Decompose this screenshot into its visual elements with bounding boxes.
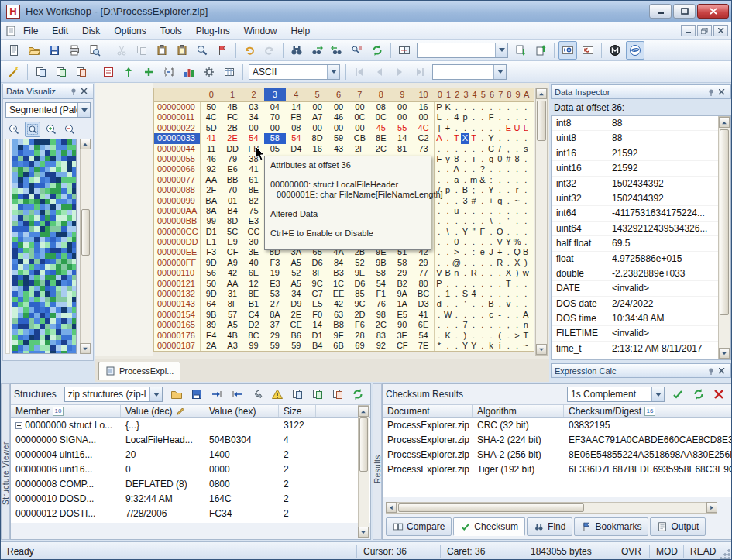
ascii-char[interactable]: . [443,279,452,289]
ascii-char[interactable]: . [486,102,495,112]
paste-special-icon[interactable] [173,41,191,60]
ascii-char[interactable]: . [469,123,478,133]
hex-byte[interactable]: 45 [370,123,391,133]
hex-byte[interactable]: 1A [392,299,413,309]
hex-byte[interactable]: 8D [222,216,242,226]
ascii-char[interactable]: " [469,227,478,237]
ascii-char[interactable]: T [469,133,478,143]
ascii-char[interactable]: . [469,164,478,174]
new-document-icon[interactable] [5,41,23,60]
hex-byte[interactable]: 9F [328,331,349,341]
scroll-right-arrow[interactable] [706,502,717,513]
scroll-left-arrow[interactable] [386,502,397,513]
hex-byte[interactable]: 9D [201,289,222,299]
ascii-char[interactable]: . [478,102,486,112]
hex-byte[interactable]: DD [222,144,242,154]
hex-byte[interactable]: D2 [243,320,264,330]
hex-byte[interactable]: 70 [222,185,242,195]
mdi-close-button[interactable] [713,25,728,36]
ascii-char[interactable]: A [452,164,461,174]
hex-byte[interactable]: 8F [222,299,242,309]
hex-byte[interactable]: 84 [328,258,349,268]
hex-byte[interactable]: 52 [286,268,307,278]
ascii-char[interactable]: . [513,310,521,320]
ascii-char[interactable]: T [504,279,513,289]
hex-byte[interactable]: 58 [392,258,413,268]
ascii-char[interactable]: . [478,123,486,133]
hex-byte[interactable]: 8F [307,268,328,278]
ascii-char[interactable]: B [486,299,495,309]
hex-byte[interactable]: 79 [222,154,242,164]
hex-byte[interactable]: 59 [264,341,285,351]
structure-apply-icon[interactable] [119,63,138,81]
hex-byte[interactable]: 9E [349,268,370,278]
structures-scrollbar[interactable] [358,405,369,538]
hex-byte[interactable]: 08 [370,102,391,112]
options-gear-icon[interactable] [200,63,218,81]
zoom-select-icon[interactable] [25,122,40,137]
ascii-char[interactable]: q [496,196,504,206]
ascii-char[interactable]: . [486,320,495,330]
position-combo[interactable] [432,64,507,80]
scroll-down-arrow[interactable] [358,527,369,538]
ascii-char[interactable]: . [521,237,530,247]
structure-row[interactable]: 00000004 uint16...2014002 [11,448,370,462]
ascii-char[interactable]: . [521,299,530,309]
structure-row[interactable]: 00000012 DOSTI...7/28/2006FC342 [11,507,370,521]
intel-byte-order-icon[interactable] [626,41,644,60]
ascii-char[interactable]: . [469,320,478,330]
hex-byte[interactable]: 4B [222,102,242,112]
hex-byte[interactable]: 27 [264,299,285,309]
ascii-char[interactable]: . [452,102,461,112]
hex-byte[interactable]: C2 [413,133,434,143]
hex-byte[interactable]: 8E [370,133,391,143]
hex-byte[interactable]: 31 [222,289,242,299]
ascii-char[interactable]: . [435,227,443,237]
hex-byte[interactable]: 04 [264,102,285,112]
hex-byte[interactable]: 2E [286,310,307,320]
hex-byte[interactable]: 53 [264,289,285,299]
hex-byte[interactable]: 9C [307,279,328,289]
visualizer-mode-combo[interactable]: Segmented (Pale [5,102,91,118]
structure-add-icon[interactable] [139,63,158,81]
ascii-char[interactable]: . [435,258,443,268]
hex-byte[interactable]: F1 [370,289,391,299]
ascii-char[interactable]: > [452,247,461,257]
hex-byte[interactable]: A5 [286,279,307,289]
ascii-char[interactable]: ~ [513,196,521,206]
nav-prev-icon[interactable] [370,63,389,81]
hex-byte[interactable]: 0C [370,112,391,122]
menu-item-tools[interactable]: Tools [153,23,189,39]
ascii-char[interactable]: . [504,175,513,185]
checksum-hscrollbar[interactable] [386,502,717,514]
ascii-char[interactable]: . [486,289,495,299]
hex-byte[interactable]: 00 [307,123,328,133]
ascii-char[interactable]: . [504,331,513,341]
hex-byte[interactable]: 34 [286,289,307,299]
hex-byte[interactable]: D3 [413,299,434,309]
hex-byte[interactable]: 83 [370,331,391,341]
encoding-combo[interactable]: ASCII [249,64,340,80]
visualizer-canvas[interactable] [12,139,77,354]
scroll-thumb[interactable] [81,209,90,256]
ascii-char[interactable]: . [513,112,521,122]
ascii-char[interactable]: . [504,185,513,195]
ascii-char[interactable]: . [504,341,513,351]
collapse-icon[interactable] [15,420,25,431]
column-header-digest[interactable]: Checksum/Digest16 [564,405,731,417]
ascii-char[interactable]: . [443,341,452,351]
ascii-char[interactable]: . [452,123,461,133]
ascii-char[interactable]: . [504,196,513,206]
ascii-char[interactable]: . [478,133,486,143]
ascii-char[interactable]: . [443,320,452,330]
ascii-char[interactable]: . [461,102,469,112]
ascii-char[interactable]: . [443,175,452,185]
ascii-char[interactable]: . [521,175,530,185]
inspector-scrollbar[interactable] [718,116,730,359]
scroll-thumb[interactable] [398,503,584,512]
ascii-char[interactable]: . [486,227,495,237]
ascii-char[interactable]: i [469,154,478,164]
hex-byte[interactable]: 8E [243,289,264,299]
scroll-down-arrow[interactable] [536,344,547,355]
menu-item-disk[interactable]: Disk [75,23,107,39]
